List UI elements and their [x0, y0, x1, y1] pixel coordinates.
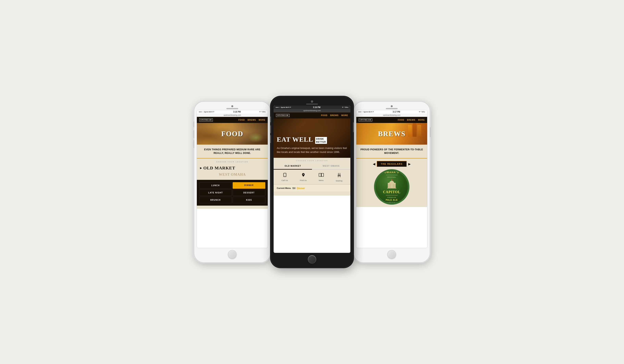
nav-logo-right: UPSTREAM: [359, 119, 372, 121]
location-arrow-left: ▶: [200, 167, 202, 170]
home-button-center[interactable]: [308, 255, 316, 264]
nav-links-center: FOOD BREWS MORE: [321, 114, 348, 117]
speaker-right: [386, 108, 398, 109]
brews-hero: BREWS: [356, 123, 427, 145]
nav-right: UPSTREAM FOOD BREWS MORE: [356, 117, 427, 123]
menu-btn-brunch[interactable]: BRUNCH: [199, 197, 232, 203]
menu-btn-kids[interactable]: KIDS: [233, 197, 265, 203]
action-call[interactable]: Call Us: [282, 173, 288, 182]
phone-left-top: [197, 104, 268, 110]
nav-left: UPSTREAM FOOD BREWS MORE: [197, 117, 268, 123]
menu-btn-dinner[interactable]: DINNER: [233, 182, 265, 189]
phone-center-bottom: [308, 253, 316, 265]
nav-logo-center: UPSTREAM: [276, 114, 289, 117]
menu-grid-left: LUNCH DINNER LATE NIGHT DESSERT BRUNCH K…: [197, 180, 268, 206]
status-right-time: 3:17 PM: [393, 111, 400, 113]
nav-links-right: FOOD BREWS MORE: [398, 119, 425, 121]
url-bar-right[interactable]: upstreambrewing.com: [356, 114, 427, 117]
action-find[interactable]: Find Us: [300, 173, 307, 182]
capitol-original: Original: [380, 176, 404, 178]
regulars-btn[interactable]: THE REGULARS: [377, 161, 407, 167]
location-active-text-left: OLD MARKET: [203, 166, 235, 170]
regulars-arrow-left: ◀: [373, 162, 375, 166]
hero-dark: EAT WELL DRINK BETTER As Omaha's origina…: [274, 119, 350, 158]
url-bar-left[interactable]: upstreambrewing.com: [197, 114, 268, 117]
phone-right-top: [356, 104, 427, 110]
phone-center-screen: ●●●○○ Sprint Wi-Fi ᯤ 3:16 PM ✦ * 73%▪ up…: [273, 105, 351, 253]
svg-rect-15: [388, 184, 389, 188]
svg-rect-3: [321, 173, 324, 177]
nav-food-center[interactable]: FOOD: [321, 114, 328, 117]
nav-brews-right[interactable]: BREWS: [407, 119, 415, 121]
pin-icon: [301, 173, 306, 178]
svg-marker-20: [392, 179, 393, 180]
hero-body-text: As Omaha's original brewpub, we've been …: [277, 146, 347, 154]
food-hero-title: FOOD: [221, 130, 243, 138]
menu-pointer-icon: 🍽: [292, 187, 295, 190]
phone-center-top: [273, 99, 351, 105]
current-menu-value: Dinner: [297, 187, 305, 190]
status-right-signal: ●●●○○ Sprint Wi-Fi ᯤ: [358, 111, 374, 113]
tab-west-omaha[interactable]: WEST OMAHA: [312, 163, 350, 169]
current-menu-bar[interactable]: Current Menu 🍽 Dinner: [274, 184, 350, 192]
hero-headline: EAT WELL DRINK BETTER: [277, 136, 347, 144]
status-center-time: 3:16 PM: [313, 106, 320, 108]
nav-brews-left[interactable]: BREWS: [248, 119, 256, 121]
home-button-right[interactable]: [387, 250, 396, 259]
tab-old-market[interactable]: OLD MARKET: [274, 163, 312, 170]
menu-btn-dessert[interactable]: DESSERT: [233, 190, 265, 196]
phones-container: ●●●○○ Sprint Wi-Fi ᯤ 3:16 PM ✦ * 72%▪ up…: [194, 97, 430, 267]
url-bar-center[interactable]: upstreambrewing.com: [274, 109, 350, 112]
nav-more-center[interactable]: MORE: [341, 114, 348, 117]
phone-right-screen: ●●●○○ Sprint Wi-Fi ᯤ 3:17 PM ✦ * 72%▪ up…: [356, 110, 427, 248]
food-tagline: EVEN THINGS PREPARED MEDIUM RARE ARE REA…: [197, 145, 268, 159]
svg-rect-17: [393, 184, 394, 188]
nav-more-right[interactable]: MORE: [418, 119, 425, 121]
menu-btn-late-night[interactable]: LATE NIGHT: [199, 190, 232, 196]
nav-links-left: FOOD BREWS MORE: [238, 119, 265, 121]
front-camera: [231, 105, 233, 107]
capitol-pale-ale: PALE ALE: [380, 199, 404, 201]
phone-left: ●●●○○ Sprint Wi-Fi ᯤ 3:16 PM ✦ * 72%▪ up…: [194, 101, 271, 263]
status-right-battery: ✦ * 72%▪: [419, 111, 425, 113]
menu-btn-lunch[interactable]: LUNCH: [199, 182, 232, 189]
capitol-title: CAPITOL: [380, 190, 404, 194]
status-left-signal: ●●●○○ Sprint Wi-Fi ᯤ: [199, 111, 215, 113]
action-icons: Call Us Find Us: [274, 170, 350, 184]
status-bar-left: ●●●○○ Sprint Wi-Fi ᯤ 3:16 PM ✦ * 72%▪: [197, 110, 268, 114]
front-camera-right: [391, 105, 393, 107]
speaker: [226, 108, 238, 109]
regulars-arrow-right: ▶: [408, 162, 411, 166]
call-label: Call Us: [282, 179, 288, 181]
home-button-left[interactable]: [228, 250, 237, 259]
front-camera-center: [311, 100, 313, 103]
choose-location-label-center: CHOOSE YOUR LOCATION: [274, 158, 350, 163]
nav-food-right[interactable]: FOOD: [398, 119, 404, 121]
status-bar-center: ●●●○○ Sprint Wi-Fi ᯤ 3:16 PM ✦ * 73%▪: [274, 106, 350, 109]
svg-rect-0: [284, 173, 286, 177]
brews-hero-title: BREWS: [378, 130, 406, 138]
phone-icon: [283, 173, 287, 178]
choose-location-label-left: CHOOSE YOUR LOCATION: [200, 161, 264, 163]
menu-book-icon: [319, 173, 324, 178]
nav-food-left[interactable]: FOOD: [238, 119, 245, 121]
action-seating[interactable]: Seating: [336, 173, 342, 182]
svg-rect-21: [387, 188, 396, 189]
current-menu-label: Current Menu: [277, 187, 291, 189]
action-menu[interactable]: Menu: [319, 173, 324, 182]
location-section-left: CHOOSE YOUR LOCATION ▶ OLD MARKET WEST O…: [197, 159, 268, 180]
status-center-signal: ●●●○○ Sprint Wi-Fi ᯤ: [276, 106, 291, 108]
capitol-omahas: OMAHA'S: [380, 171, 404, 174]
location-inactive-text-left[interactable]: WEST OMAHA: [200, 172, 264, 177]
brews-tagline: PROUD PIONEERS OF THE FERMENTER-TO-TABLE…: [356, 145, 427, 159]
nav-brews-center[interactable]: BREWS: [330, 114, 338, 117]
location-active-left[interactable]: ▶ OLD MARKET: [200, 164, 264, 172]
food-hero: FOOD: [197, 123, 268, 145]
speaker-center: [306, 103, 318, 105]
chair-icon: [337, 173, 341, 179]
status-center-battery: ✦ * 73%▪: [342, 106, 348, 108]
svg-rect-2: [319, 173, 321, 177]
nav-more-left[interactable]: MORE: [259, 119, 265, 121]
hero-headline-main: EAT WELL: [277, 136, 313, 143]
location-tabs-section: CHOOSE YOUR LOCATION OLD MARKET WEST OMA…: [274, 158, 350, 195]
